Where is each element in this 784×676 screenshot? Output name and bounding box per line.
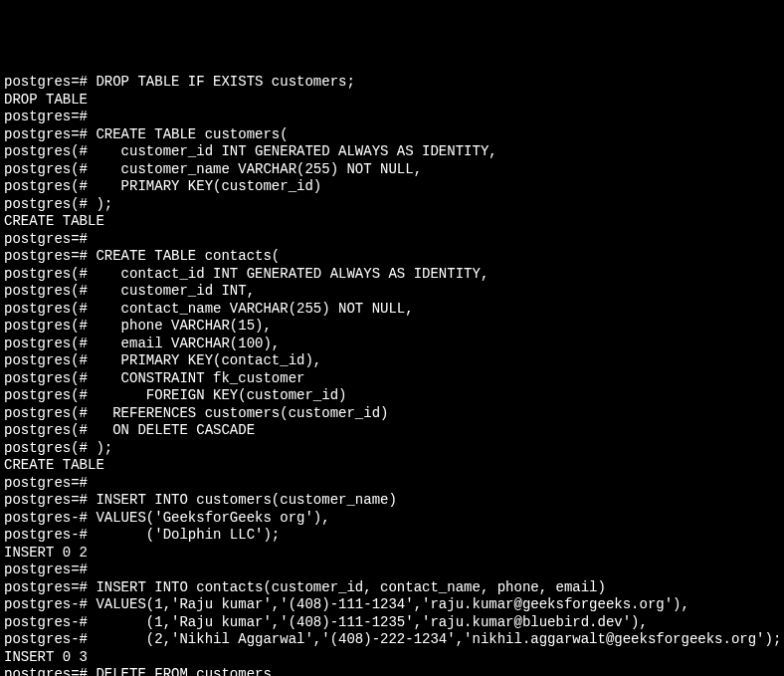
terminal-line: postgres(# REFERENCES customers(customer… (4, 405, 780, 423)
terminal-line: postgres(# FOREIGN KEY(customer_id) (4, 387, 780, 405)
terminal-line: postgres=# INSERT INTO contacts(customer… (4, 579, 780, 597)
terminal-line: postgres(# CONSTRAINT fk_customer (4, 370, 780, 388)
terminal-line: postgres(# customer_id INT, (4, 283, 780, 301)
terminal-window[interactable]: postgres=# DROP TABLE IF EXISTS customer… (4, 74, 780, 676)
terminal-line: postgres-# (1,'Raju kumar','(408)-111-12… (4, 614, 780, 632)
terminal-line: postgres(# ); (4, 196, 780, 214)
terminal-line: postgres=# (4, 231, 780, 249)
terminal-line: postgres(# customer_id INT GENERATED ALW… (4, 143, 780, 161)
terminal-line: INSERT 0 3 (4, 649, 780, 667)
terminal-line: postgres(# customer_name VARCHAR(255) NO… (4, 161, 780, 179)
terminal-line: postgres=# INSERT INTO customers(custome… (4, 492, 780, 510)
terminal-line: postgres(# email VARCHAR(100), (4, 336, 780, 353)
terminal-line: postgres(# phone VARCHAR(15), (4, 318, 780, 336)
terminal-line: postgres=# (4, 562, 780, 579)
terminal-line: postgres(# contact_name VARCHAR(255) NOT… (4, 301, 780, 319)
terminal-line: CREATE TABLE (4, 457, 780, 475)
terminal-line: postgres(# PRIMARY KEY(customer_id) (4, 178, 780, 196)
terminal-line: postgres=# (4, 109, 780, 126)
terminal-line: postgres=# CREATE TABLE customers( (4, 126, 780, 144)
terminal-line: postgres=# CREATE TABLE contacts( (4, 248, 780, 266)
terminal-line: postgres=# (4, 475, 780, 493)
terminal-line: postgres(# PRIMARY KEY(contact_id), (4, 352, 780, 370)
terminal-line: DROP TABLE (4, 92, 780, 110)
terminal-line: postgres-# VALUES('GeeksforGeeks org'), (4, 510, 780, 528)
terminal-line: postgres=# DROP TABLE IF EXISTS customer… (4, 74, 780, 92)
terminal-line: postgres(# contact_id INT GENERATED ALWA… (4, 266, 780, 284)
terminal-line: CREATE TABLE (4, 213, 780, 231)
terminal-line: postgres(# ); (4, 440, 780, 458)
terminal-line: postgres(# ON DELETE CASCADE (4, 422, 780, 440)
terminal-line: postgres-# VALUES(1,'Raju kumar','(408)-… (4, 596, 780, 614)
terminal-line: postgres=# DELETE FROM customers (4, 666, 780, 676)
terminal-line: postgres-# ('Dolphin LLC'); (4, 527, 780, 545)
terminal-line: INSERT 0 2 (4, 545, 780, 563)
terminal-line: postgres-# (2,'Nikhil Aggarwal','(408)-2… (4, 631, 780, 649)
